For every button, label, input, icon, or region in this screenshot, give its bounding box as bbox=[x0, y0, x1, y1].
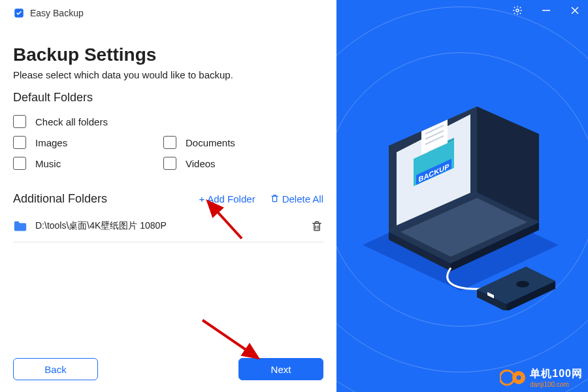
folder-item: D:\tools\桌面\4K壁纸图片 1080P bbox=[13, 215, 323, 242]
checkbox-images-label: Images bbox=[35, 137, 67, 148]
svg-line-4 bbox=[203, 320, 258, 358]
checkbox-documents[interactable] bbox=[163, 136, 176, 149]
checkbox-music-row: Music bbox=[13, 153, 163, 174]
check-all-label: Check all folders bbox=[35, 116, 108, 127]
checkbox-documents-row: Documents bbox=[163, 132, 314, 153]
add-folder-button[interactable]: + Add Folder bbox=[199, 193, 255, 204]
delete-all-label: Delete All bbox=[282, 193, 323, 204]
app-title: Easy Backup bbox=[30, 8, 84, 18]
next-button-label: Next bbox=[271, 364, 291, 375]
watermark-line1: 单机100网 bbox=[530, 367, 583, 381]
check-all-checkbox[interactable] bbox=[13, 115, 26, 128]
checkbox-videos[interactable] bbox=[163, 157, 176, 170]
delete-all-button[interactable]: Delete All bbox=[270, 193, 323, 205]
svg-point-27 bbox=[516, 281, 529, 287]
app-window: Easy Backup Backup Settings Please selec… bbox=[0, 0, 588, 392]
folder-path: D:\tools\桌面\4K壁纸图片 1080P bbox=[35, 220, 310, 232]
footer: Back Next bbox=[13, 358, 323, 380]
title-bar: Easy Backup bbox=[13, 0, 323, 26]
watermark-line2: danji100.com bbox=[530, 381, 583, 388]
svg-text:+: + bbox=[504, 372, 510, 383]
plus-icon: + bbox=[199, 193, 204, 204]
back-button[interactable]: Back bbox=[13, 358, 98, 380]
minimize-button[interactable] bbox=[541, 5, 551, 16]
right-panel: BACKUP + 单机100网 danji100.com bbox=[336, 0, 588, 392]
watermark-icon: + bbox=[500, 369, 526, 386]
default-folders-label: Default Folders bbox=[13, 91, 323, 105]
close-button[interactable] bbox=[570, 5, 580, 16]
folder-grid: Images Documents Music Videos bbox=[13, 132, 323, 174]
checkbox-images-row: Images bbox=[13, 132, 163, 153]
back-button-label: Back bbox=[44, 364, 66, 375]
additional-folders-label: Additional Folders bbox=[13, 192, 107, 206]
window-controls bbox=[512, 5, 580, 16]
check-all-row: Check all folders bbox=[13, 111, 323, 132]
checkbox-documents-label: Documents bbox=[186, 137, 235, 148]
page-subtitle: Please select which data you would like … bbox=[13, 69, 323, 80]
next-button[interactable]: Next bbox=[238, 358, 323, 380]
settings-button[interactable] bbox=[512, 5, 523, 16]
checkbox-videos-label: Videos bbox=[186, 158, 216, 169]
checkbox-music-label: Music bbox=[35, 158, 61, 169]
svg-point-5 bbox=[516, 9, 519, 12]
watermark: + 单机100网 danji100.com bbox=[500, 367, 583, 388]
backup-illustration: BACKUP bbox=[363, 95, 559, 313]
left-panel: Easy Backup Backup Settings Please selec… bbox=[0, 0, 336, 392]
svg-point-32 bbox=[517, 376, 521, 380]
checkbox-videos-row: Videos bbox=[163, 153, 314, 174]
checkbox-music[interactable] bbox=[13, 157, 26, 170]
folder-icon bbox=[13, 220, 27, 232]
checkbox-images[interactable] bbox=[13, 136, 26, 149]
page-title: Backup Settings bbox=[13, 44, 323, 65]
trash-icon bbox=[270, 193, 280, 205]
folder-delete-button[interactable] bbox=[310, 220, 323, 233]
app-icon bbox=[13, 7, 25, 19]
add-folder-label: Add Folder bbox=[207, 193, 255, 204]
additional-header: Additional Folders + Add Folder Delete A… bbox=[13, 192, 323, 206]
